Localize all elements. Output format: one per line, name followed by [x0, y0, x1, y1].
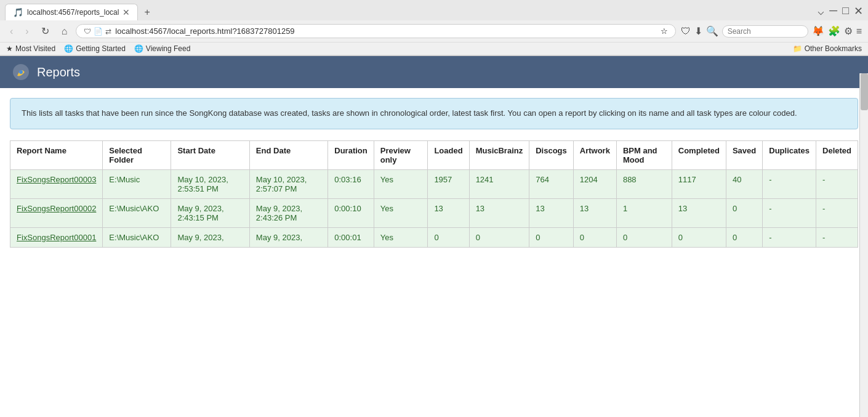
cell-saved: 40 — [726, 169, 762, 198]
scroll-thumb[interactable] — [861, 73, 868, 110]
cell-musicbrainz: 13 — [469, 198, 529, 227]
cell-preview-only: Yes — [374, 198, 428, 227]
cell-discogs: 0 — [529, 227, 574, 247]
col-header-duplicates: Duplicates — [763, 140, 816, 169]
list-icon[interactable]: ⌵ — [818, 4, 824, 18]
bookmark-viewing-feed[interactable]: 🌐 Viewing Feed — [134, 44, 191, 53]
menu-icon[interactable]: ≡ — [856, 26, 862, 37]
cell-discogs: 13 — [529, 198, 574, 227]
col-header-preview-only: Preview only — [374, 140, 428, 169]
cell-end-date: May 10, 2023, 2:57:07 PM — [249, 169, 328, 198]
cell-start-date: May 9, 2023, 2:43:15 PM — [171, 198, 249, 227]
address-bar-container[interactable]: 🛡 📄 ⇄ ☆ — [76, 24, 675, 38]
page-icon: 📄 — [94, 27, 103, 36]
profile-icon[interactable]: 🦊 — [812, 25, 824, 37]
app-header: Reports — [0, 56, 868, 88]
col-header-artwork: Artwork — [573, 140, 616, 169]
info-text: This lists all tasks that have been run … — [22, 108, 797, 118]
browser-chrome: 🎵 localhost:4567/reports_local ✕ + ⌵ ─ □… — [0, 0, 868, 56]
table-row: FixSongsReport00002E:\Music\AKOMay 9, 20… — [10, 198, 858, 227]
cell-preview-only: Yes — [374, 227, 428, 247]
cell-folder: E:\Music\AKO — [103, 198, 171, 227]
new-tab-button[interactable]: + — [138, 4, 156, 20]
home-button[interactable]: ⌂ — [58, 25, 71, 38]
scroll-track[interactable] — [859, 73, 868, 257]
app-logo — [12, 63, 30, 81]
back-button[interactable]: ‹ — [6, 25, 17, 38]
col-header-completed: Completed — [672, 140, 726, 169]
cell-duplicates: - — [763, 169, 816, 198]
download-icon[interactable]: ⬇ — [694, 25, 702, 37]
globe-icon: 🌐 — [134, 44, 143, 53]
cell-loaded: 0 — [428, 227, 469, 247]
bookmark-getting-started[interactable]: 🌐 Getting Started — [64, 44, 126, 53]
cell-duration: 0:03:16 — [328, 169, 374, 198]
minimize-button[interactable]: ─ — [829, 4, 837, 17]
refresh-button[interactable]: ↻ — [38, 24, 53, 38]
cell-saved: 0 — [726, 198, 762, 227]
col-header-discogs: Discogs — [529, 140, 574, 169]
bookmarks-bar: ★ Most Visited 🌐 Getting Started 🌐 Viewi… — [0, 43, 868, 55]
cell-duration: 0:00:01 — [328, 227, 374, 247]
cell-folder: E:\Music — [103, 169, 171, 198]
tab-bar: 🎵 localhost:4567/reports_local ✕ + ⌵ ─ □… — [0, 0, 868, 20]
cell-saved: 0 — [726, 227, 762, 247]
active-tab[interactable]: 🎵 localhost:4567/reports_local ✕ — [5, 4, 138, 20]
cell-deleted: - — [816, 169, 858, 198]
app-title: Reports — [37, 65, 80, 79]
extensions-icon[interactable]: 🧩 — [828, 25, 840, 37]
translate-icon: ⇄ — [105, 27, 111, 36]
nav-extras: 🛡 ⬇ 🔍 🦊 🧩 ⚙ ≡ — [681, 25, 862, 38]
cell-musicbrainz: 1241 — [469, 169, 529, 198]
info-box: This lists all tasks that have been run … — [10, 98, 858, 129]
cell-musicbrainz: 0 — [469, 227, 529, 247]
cell-duration: 0:00:10 — [328, 198, 374, 227]
tab-close-button[interactable]: ✕ — [123, 7, 130, 17]
star-icon[interactable]: ☆ — [661, 26, 668, 36]
other-bookmarks[interactable]: 📁 Other Bookmarks — [793, 44, 862, 53]
cell-end-date: May 9, 2023, — [249, 227, 328, 247]
table-row: FixSongsReport00001E:\Music\AKOMay 9, 20… — [10, 227, 858, 247]
cell-duplicates: - — [763, 227, 816, 247]
table-header-row: Report Name Selected Folder Start Date E… — [10, 140, 858, 169]
col-header-start-date: Start Date — [171, 140, 249, 169]
cell-artwork: 0 — [573, 227, 616, 247]
window-controls: ⌵ ─ □ ✕ — [818, 4, 863, 20]
col-header-end-date: End Date — [249, 140, 328, 169]
cell-deleted: - — [816, 198, 858, 227]
cell-report-name[interactable]: FixSongsReport00001 — [10, 227, 103, 247]
nav-bar: ‹ › ↻ ⌂ 🛡 📄 ⇄ ☆ 🛡 ⬇ 🔍 🦊 🧩 ⚙ ≡ — [0, 20, 868, 43]
search-icon[interactable]: 🔍 — [706, 25, 718, 37]
cell-artwork: 13 — [573, 198, 616, 227]
close-button[interactable]: ✕ — [854, 4, 863, 18]
col-header-report-name: Report Name — [10, 140, 103, 169]
cell-bpm-mood: 1 — [616, 198, 672, 227]
address-input[interactable] — [115, 26, 656, 36]
bookmark-most-visited[interactable]: ★ Most Visited — [6, 44, 55, 53]
forward-button[interactable]: › — [22, 25, 32, 38]
maximize-button[interactable]: □ — [842, 4, 849, 17]
cell-bpm-mood: 0 — [616, 227, 672, 247]
content-area: This lists all tasks that have been run … — [0, 88, 868, 257]
col-header-deleted: Deleted — [816, 140, 858, 169]
col-header-selected-folder: Selected Folder — [103, 140, 171, 169]
tab-title: localhost:4567/reports_local — [27, 8, 119, 17]
search-input[interactable] — [722, 25, 808, 38]
col-header-duration: Duration — [328, 140, 374, 169]
svg-point-1 — [19, 70, 23, 74]
cell-duplicates: - — [763, 198, 816, 227]
cell-artwork: 1204 — [573, 169, 616, 198]
globe-icon: 🌐 — [64, 44, 73, 53]
cell-deleted: - — [816, 227, 858, 247]
col-header-loaded: Loaded — [428, 140, 469, 169]
reports-table: Report Name Selected Folder Start Date E… — [10, 140, 858, 248]
cell-report-name[interactable]: FixSongsReport00003 — [10, 169, 103, 198]
cell-loaded: 13 — [428, 198, 469, 227]
cell-end-date: May 9, 2023, 2:43:26 PM — [249, 198, 328, 227]
tab-favicon: 🎵 — [13, 7, 23, 17]
cell-completed: 1117 — [672, 169, 726, 198]
cell-report-name[interactable]: FixSongsReport00002 — [10, 198, 103, 227]
sync-icon[interactable]: ⚙ — [844, 25, 853, 37]
bookmark-shield-icon[interactable]: 🛡 — [681, 26, 691, 37]
col-header-saved: Saved — [726, 140, 762, 169]
